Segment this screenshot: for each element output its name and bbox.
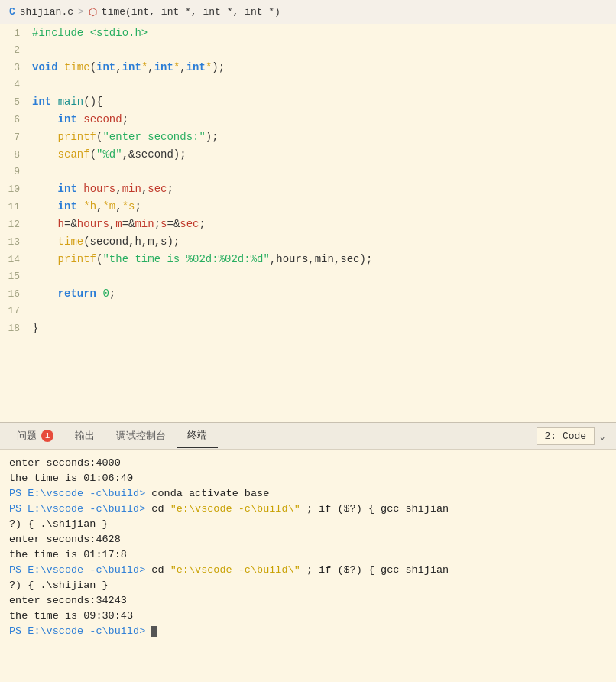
line-number: 15 — [0, 268, 32, 285]
code-line-8: 8 scanf("%d",&second); — [0, 146, 616, 164]
line-content: printf("the time is %02d:%02d:%d",hours,… — [32, 251, 616, 268]
line-number: 18 — [0, 320, 32, 337]
terminal-line-6: enter seconds:4628 — [9, 532, 607, 547]
line-content: return 0; — [32, 285, 616, 302]
code-line-14: 14 printf("the time is %02d:%02d:%d",hou… — [0, 251, 616, 268]
line-content: h=&hours,m=&min;s=&sec; — [32, 216, 616, 232]
tab-terminal-label: 终端 — [187, 428, 207, 442]
code-line-3: 3 void time(int,int*,int*,int*); — [0, 59, 616, 76]
line-content: #include <stdio.h> — [32, 24, 616, 41]
tab-output-label: 输出 — [75, 429, 95, 443]
terminal-line-4: PS E:\vscode -c\build> cd "e:\vscode -c\… — [9, 502, 607, 517]
terminal-line-10: enter seconds:34243 — [9, 593, 607, 609]
code-line-10: 10 int hours,min,sec; — [0, 180, 616, 198]
code-line-16: 16 return 0; — [0, 285, 616, 303]
line-content: int *h,*m,*s; — [32, 198, 616, 215]
line-number: 17 — [0, 303, 32, 320]
terminal-line-2: the time is 01:06:40 — [9, 471, 607, 486]
tab-debug-label: 调试控制台 — [116, 429, 166, 443]
line-number: 3 — [0, 60, 32, 76]
line-number: 16 — [0, 286, 32, 303]
line-content: int hours,min,sec; — [32, 180, 616, 197]
code-line-12: 12 h=&hours,m=&min;s=&sec; — [0, 216, 616, 233]
terminal-cursor — [151, 626, 157, 637]
code-line-13: 13 time(second,h,m,s); — [0, 233, 616, 251]
terminal-line-5: ?) { .\shijian } — [9, 517, 607, 532]
tab-debug-console[interactable]: 调试控制台 — [105, 424, 177, 447]
line-number: 5 — [0, 94, 32, 111]
code-editor: 1 #include <stdio.h> 2 3 void time(int,i… — [0, 24, 616, 422]
code-line-6: 6 int second; — [0, 111, 616, 128]
code-line-9: 9 — [0, 164, 616, 180]
line-content: printf("enter seconds:"); — [32, 128, 616, 145]
line-number: 12 — [0, 216, 32, 233]
breadcrumb-sep1: > — [78, 6, 84, 18]
terminal-line-9: ?) { .\shijian } — [9, 578, 607, 593]
line-number: 2 — [0, 42, 32, 59]
code-line-7: 7 printf("enter seconds:"); — [0, 128, 616, 146]
code-line-4: 4 — [0, 76, 616, 93]
code-line-15: 15 — [0, 268, 616, 285]
tab-problems-label: 问题 — [17, 429, 37, 443]
panel-right-controls: 2: Code ⌄ — [537, 427, 610, 445]
breadcrumb: C shijian.c > ⬡ time(int, int *, int *, … — [0, 0, 616, 24]
line-content: } — [32, 320, 616, 336]
tab-problems[interactable]: 问题 1 — [6, 424, 64, 447]
line-number: 8 — [0, 147, 32, 164]
filename: shijian.c — [20, 6, 73, 18]
tab-terminal[interactable]: 终端 — [177, 424, 218, 448]
line-number: 1 — [0, 25, 32, 42]
code-line-5: 5 int main(){ — [0, 93, 616, 111]
terminal-line-3: PS E:\vscode -c\build> conda activate ba… — [9, 486, 607, 502]
line-number: 7 — [0, 129, 32, 146]
line-content: scanf("%d",&second); — [32, 146, 616, 163]
terminal-line-8: PS E:\vscode -c\build> cd "e:\vscode -c\… — [9, 563, 607, 578]
line-number: 4 — [0, 76, 32, 93]
code-line-1: 1 #include <stdio.h> — [0, 24, 616, 42]
terminal-line-11: the time is 09:30:43 — [9, 609, 607, 624]
c-language-icon: C — [9, 6, 15, 18]
line-number: 6 — [0, 112, 32, 128]
terminal-output: enter seconds:4000 the time is 01:06:40 … — [0, 450, 616, 682]
line-number: 10 — [0, 181, 32, 198]
code-line-17: 17 — [0, 303, 616, 320]
line-number: 9 — [0, 164, 32, 180]
panel-tab-bar: 问题 1 输出 调试控制台 终端 2: Code ⌄ — [0, 423, 616, 450]
terminal-line-12: PS E:\vscode -c\build> — [9, 624, 607, 639]
terminal-line-7: the time is 01:17:8 — [9, 547, 607, 563]
problems-badge: 1 — [41, 430, 53, 442]
chevron-down-icon[interactable]: ⌄ — [595, 427, 610, 444]
code-line-2: 2 — [0, 42, 616, 59]
line-content: time(second,h,m,s); — [32, 233, 616, 250]
tab-output[interactable]: 输出 — [64, 424, 105, 447]
line-content: void time(int,int*,int*,int*); — [32, 59, 616, 76]
function-icon: ⬡ — [89, 6, 97, 18]
line-content: int main(){ — [32, 93, 616, 110]
code-line-18: 18 } — [0, 320, 616, 337]
line-content: int second; — [32, 111, 616, 128]
code-label: 2: Code — [537, 427, 595, 445]
line-number: 14 — [0, 252, 32, 268]
bottom-panel: 问题 1 输出 调试控制台 终端 2: Code ⌄ enter seconds… — [0, 422, 616, 682]
line-number: 13 — [0, 234, 32, 251]
line-number: 11 — [0, 199, 32, 216]
terminal-line-1: enter seconds:4000 — [9, 456, 607, 471]
function-signature: time(int, int *, int *, int *) — [102, 6, 280, 18]
code-line-11: 11 int *h,*m,*s; — [0, 198, 616, 216]
